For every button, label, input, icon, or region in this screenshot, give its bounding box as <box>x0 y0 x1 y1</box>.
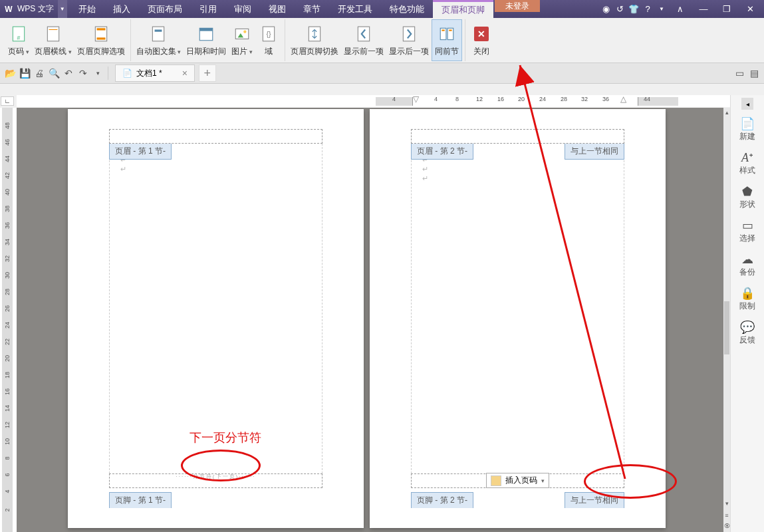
datetime-button[interactable]: 日期和时间 <box>184 19 229 61</box>
side-backup-button[interactable]: ☁备份 <box>733 248 761 282</box>
side-panel: ◂ 📄新建 Aᐩ样式 ⬟形状 ▭选择 ☁备份 🔒限制 💬反馈 <box>730 95 764 532</box>
tab-special[interactable]: 特色功能 <box>381 0 433 18</box>
svg-rect-18 <box>403 27 414 41</box>
side-panel-toggle[interactable]: ◂ <box>741 98 753 110</box>
login-status[interactable]: 未登录 <box>495 0 540 12</box>
toolbar-right-icon-2[interactable]: ▤ <box>747 66 761 80</box>
page2-footer-tab: 页脚 - 第 2 节- <box>411 492 473 508</box>
save-icon[interactable]: 💾 <box>17 66 32 80</box>
svg-rect-22 <box>449 30 451 31</box>
undo-icon[interactable]: ↶ <box>61 66 76 80</box>
svg-text:#: # <box>17 35 21 41</box>
insert-pagenum-icon <box>491 475 501 486</box>
redo-icon[interactable]: ↷ <box>76 66 90 80</box>
tab-header-footer[interactable]: 页眉和页脚 <box>433 0 493 18</box>
svg-point-13 <box>243 31 246 33</box>
svg-rect-10 <box>199 28 213 31</box>
next-page-icon[interactable]: ⦿ <box>723 521 730 531</box>
link-to-previous-button[interactable]: 同前节 <box>432 19 462 61</box>
doc-tab-name: 文档1 * <box>136 68 162 79</box>
ruler-corner[interactable]: ∟ <box>1 96 14 106</box>
svg-rect-2 <box>47 27 59 41</box>
qat-more-icon[interactable]: ▾ <box>90 66 105 80</box>
style-icon: Aᐩ <box>741 150 753 165</box>
app-name: WPS 文字 <box>17 3 58 15</box>
svg-rect-7 <box>153 27 164 41</box>
header-line-button[interactable]: 页眉横线 <box>32 19 74 61</box>
side-feedback-button[interactable]: 💬反馈 <box>733 316 761 350</box>
vertical-scrollbar[interactable]: ▴ ▾ ≡ ⦿ <box>723 108 730 532</box>
close-x-icon: ✕ <box>471 23 492 45</box>
tab-review[interactable]: 审阅 <box>225 0 260 18</box>
side-limit-button[interactable]: 🔒限制 <box>733 282 761 316</box>
show-prev-icon <box>353 23 374 45</box>
tab-chapter[interactable]: 章节 <box>295 0 329 18</box>
print-preview-icon[interactable]: 🔍 <box>47 66 61 80</box>
document-tab[interactable]: 📄 文档1 * × <box>115 65 195 82</box>
tab-insert[interactable]: 插入 <box>104 0 139 18</box>
help-dropdown[interactable]: ▼ <box>655 3 668 16</box>
quick-access-toolbar: 📂 💾 🖨 🔍 ↶ ↷ ▾ 📄 文档1 * × + ▭ ▤ <box>0 63 764 84</box>
toolbar-right-icon-1[interactable]: ▭ <box>732 66 747 80</box>
scroll-up-icon[interactable]: ▴ <box>723 108 730 117</box>
open-icon[interactable]: 📂 <box>3 66 17 80</box>
new-tab-button[interactable]: + <box>199 65 216 82</box>
page2-footer-same-prev: 与上一节相同 <box>565 492 624 508</box>
page1-footer-tab: 页脚 - 第 1 节- <box>109 492 172 508</box>
side-shape-button[interactable]: ⬟形状 <box>733 180 761 214</box>
sync-icon[interactable]: ◉ <box>599 3 612 16</box>
side-style-button[interactable]: Aᐩ样式 <box>733 146 761 180</box>
svg-rect-8 <box>155 30 162 32</box>
window-close-button[interactable]: ✕ <box>739 0 761 18</box>
page2-body: ↵ ↵ ↵ ↵ <box>411 144 624 473</box>
calendar-icon <box>195 23 217 45</box>
title-bar: W WPS 文字 ▼ 开始 插入 页面布局 引用 审阅 视图 章节 开发工具 特… <box>0 0 764 18</box>
scroll-down-icon[interactable]: ▾ <box>723 499 730 508</box>
show-next-icon <box>398 23 420 45</box>
app-dropdown[interactable]: ▼ <box>58 0 67 18</box>
app-logo-icon: W <box>3 3 15 15</box>
tab-view[interactable]: 视图 <box>260 0 295 18</box>
side-new-button[interactable]: 📄新建 <box>733 112 761 146</box>
insert-page-number-button[interactable]: 插入页码 ▾ <box>486 473 549 488</box>
link-prev-icon <box>436 23 457 45</box>
ribbon: # 页码 页眉横线 页眉页脚选项 自动图文集 日期和时间 图片 {} 域 <box>0 18 764 63</box>
ribbon-collapse-button[interactable]: ∧ <box>669 0 692 18</box>
page2-header-zone[interactable] <box>411 129 624 144</box>
side-select-button[interactable]: ▭选择 <box>733 214 761 248</box>
limit-icon: 🔒 <box>740 286 755 301</box>
hf-switch-button[interactable]: 页眉页脚切换 <box>288 19 341 61</box>
maximize-button[interactable]: ❐ <box>715 0 738 18</box>
svg-rect-5 <box>96 28 105 30</box>
show-prev-button[interactable]: 显示前一项 <box>341 19 386 61</box>
autotext-icon <box>148 23 169 45</box>
hf-options-button[interactable]: 页眉页脚选项 <box>74 19 128 61</box>
prev-page-icon[interactable]: ≡ <box>723 511 730 520</box>
document-area[interactable]: ↵ ↵ ↵ 页眉 - 第 1 节- 页脚 - 第 1 节- ······分节符(… <box>17 108 723 532</box>
page-number-button[interactable]: # 页码 <box>5 19 32 61</box>
horizontal-ruler[interactable]: 4 ▽ 4 8 12 16 20 24 28 32 36 △ 44 <box>17 95 730 107</box>
scrollbar-thumb[interactable] <box>724 301 729 354</box>
field-button[interactable]: {} 域 <box>255 19 282 61</box>
close-hf-button[interactable]: ✕ 关闭 <box>468 19 495 61</box>
svg-rect-21 <box>442 30 444 31</box>
page-2: ↵ ↵ ↵ ↵ 页眉 - 第 2 节- 与上一节相同 页脚 - 第 2 节- 与… <box>370 109 666 528</box>
picture-button[interactable]: 图片 <box>229 19 255 61</box>
tab-dev[interactable]: 开发工具 <box>329 0 381 18</box>
show-next-button[interactable]: 显示后一项 <box>386 19 432 61</box>
tab-ref[interactable]: 引用 <box>191 0 225 18</box>
page1-header-zone[interactable] <box>109 129 322 144</box>
autotext-button[interactable]: 自动图文集 <box>134 19 184 61</box>
tab-layout[interactable]: 页面布局 <box>139 0 191 18</box>
tab-start[interactable]: 开始 <box>70 0 104 18</box>
print-icon[interactable]: 🖨 <box>32 66 47 80</box>
minimize-button[interactable]: — <box>692 0 715 18</box>
doc-tab-close-icon[interactable]: × <box>182 68 188 78</box>
page-number-icon: # <box>8 23 29 45</box>
vertical-ruler[interactable]: 48 46 44 42 40 38 36 34 32 30 28 26 24 2… <box>0 108 17 532</box>
section-break-indicator: ······分节符(下一页)······ <box>176 473 256 480</box>
skin-icon[interactable]: 👕 <box>627 3 640 16</box>
svg-rect-17 <box>358 27 369 41</box>
history-icon[interactable]: ↺ <box>613 3 626 16</box>
help-icon[interactable]: ? <box>641 3 654 16</box>
